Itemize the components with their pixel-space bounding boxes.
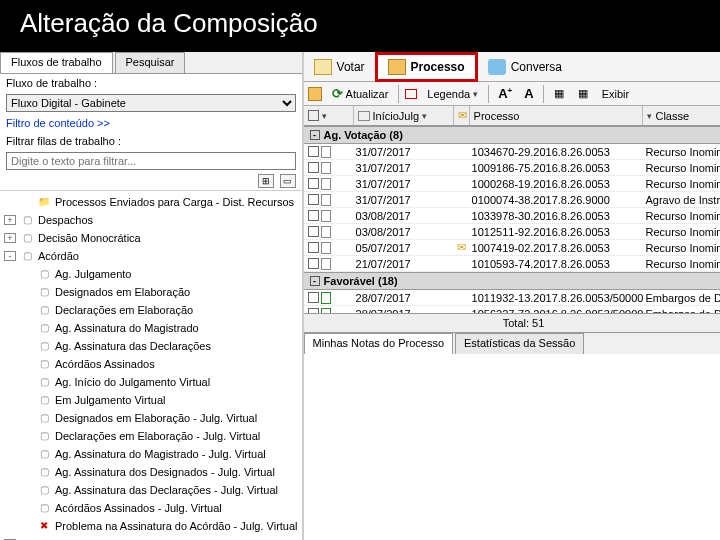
cell-processo: 1011932-13.2017.8.26.0053/50000 bbox=[470, 292, 644, 304]
row-checkbox[interactable] bbox=[308, 178, 319, 189]
open-folder-icon[interactable] bbox=[308, 87, 322, 101]
cell-date: 31/07/2017 bbox=[354, 194, 454, 206]
gh-inicio[interactable]: InícioJulg▾ bbox=[354, 106, 454, 125]
tab-conversa[interactable]: Conversa bbox=[478, 55, 572, 79]
table-row[interactable]: 28/07/20171011932-13.2017.8.26.0053/5000… bbox=[304, 290, 720, 306]
tree-item-icon: ▢ bbox=[36, 465, 52, 479]
gh-check[interactable]: ▾ bbox=[304, 106, 354, 125]
tree-item-label: Ag. Assinatura do Magistrado bbox=[55, 320, 199, 336]
tab-pesquisar[interactable]: Pesquisar bbox=[115, 52, 186, 73]
tab-estatisticas[interactable]: Estatísticas da Sessão bbox=[455, 333, 584, 354]
tree-item[interactable]: +▢Decisão Monocrática bbox=[4, 229, 298, 247]
tree-item[interactable]: ▢Designados em Elaboração - Julg. Virtua… bbox=[4, 409, 298, 427]
cell-mail: ✉ bbox=[454, 241, 470, 254]
tree-item-icon: ▢ bbox=[36, 267, 52, 281]
table-row[interactable]: 03/08/20171012511-92.2016.8.26.0053Recur… bbox=[304, 224, 720, 240]
filter-input[interactable] bbox=[6, 152, 296, 170]
grid-toolbar: ⟳Atualizar Legenda▾ A+ A ▦ ▦ Exibir bbox=[304, 82, 720, 106]
table-row[interactable]: 31/07/20170100074-38.2017.8.26.9000Agrav… bbox=[304, 192, 720, 208]
legenda-button[interactable]: Legenda▾ bbox=[423, 86, 482, 102]
tree-item-label: Acórdãos Assinados bbox=[55, 356, 155, 372]
table-row[interactable]: 05/07/2017✉1007419-02.2017.8.26.0053Recu… bbox=[304, 240, 720, 256]
mini-btn-2[interactable]: ▭ bbox=[280, 174, 296, 188]
tree-item[interactable]: -▢Acórdão bbox=[4, 247, 298, 265]
font-decrease-button[interactable]: A bbox=[521, 86, 536, 101]
tree-item[interactable]: ▢Acórdãos Assinados - Julg. Virtual bbox=[4, 499, 298, 517]
exibir-button[interactable]: Exibir bbox=[598, 86, 634, 102]
row-checkbox[interactable] bbox=[308, 258, 319, 269]
gh-mail[interactable]: ✉ bbox=[454, 106, 470, 125]
tree-item[interactable]: ▢Ag. Assinatura das Declarações - Julg. … bbox=[4, 481, 298, 499]
tree-item[interactable]: -▢Julgamento Virtual bbox=[4, 535, 298, 540]
row-checkbox[interactable] bbox=[308, 226, 319, 237]
mini-btn-1[interactable]: ⊞ bbox=[258, 174, 274, 188]
cell-date: 03/08/2017 bbox=[354, 226, 454, 238]
cell-classe: Recurso Inominad bbox=[643, 162, 720, 174]
tree-item-label: Despachos bbox=[38, 212, 93, 228]
filtrar-label: Filtrar filas de trabalho : bbox=[0, 132, 302, 150]
gh-classe[interactable]: ▾Classe bbox=[643, 106, 720, 125]
tree-item[interactable]: ▢Ag. Assinatura das Declarações bbox=[4, 337, 298, 355]
tree-item[interactable]: ▢Em Julgamento Virtual bbox=[4, 391, 298, 409]
cell-date: 31/07/2017 bbox=[354, 146, 454, 158]
tree-item-icon: ✖ bbox=[36, 519, 52, 533]
cell-classe: Agravo de Instrum bbox=[643, 194, 720, 206]
tree-item[interactable]: ▢Declarações em Elaboração - Julg. Virtu… bbox=[4, 427, 298, 445]
page-icon bbox=[321, 226, 331, 238]
tab-votar[interactable]: Votar bbox=[304, 55, 375, 79]
tree-item[interactable]: ✖Problema na Assinatura do Acórdão - Jul… bbox=[4, 517, 298, 535]
tree-item[interactable]: ▢Acórdãos Assinados bbox=[4, 355, 298, 373]
processo-icon bbox=[388, 59, 406, 75]
row-checkbox[interactable] bbox=[308, 210, 319, 221]
tree-item-label: Em Julgamento Virtual bbox=[55, 392, 165, 408]
font-increase-button[interactable]: A+ bbox=[495, 86, 515, 101]
grid-header: ▾ InícioJulg▾ ✉ Processo ▾Classe bbox=[304, 106, 720, 126]
page-icon bbox=[321, 210, 331, 222]
tree-item[interactable]: ▢Ag. Assinatura do Magistrado bbox=[4, 319, 298, 337]
conversa-icon bbox=[488, 59, 506, 75]
tree-item[interactable]: ▢Ag. Início do Julgamento Virtual bbox=[4, 373, 298, 391]
bottom-content bbox=[304, 354, 720, 541]
table-row[interactable]: 31/07/20171009186-75.2016.8.26.0053Recur… bbox=[304, 160, 720, 176]
row-checkbox[interactable] bbox=[308, 292, 319, 303]
table-row[interactable]: 31/07/20171034670-29.2016.8.26.0053Recur… bbox=[304, 144, 720, 160]
tab-processo[interactable]: Processo bbox=[375, 52, 478, 82]
tree-item-label: Ag. Julgamento bbox=[55, 266, 131, 282]
group-row[interactable]: -Ag. Votação (8) bbox=[304, 126, 720, 144]
gh-processo[interactable]: Processo bbox=[470, 106, 644, 125]
tab-fluxos[interactable]: Fluxos de trabalho bbox=[0, 52, 113, 73]
tree-item-label: Declarações em Elaboração bbox=[55, 302, 193, 318]
config-icon-2[interactable]: ▦ bbox=[574, 85, 592, 102]
cell-classe: Recurso Inominad bbox=[643, 146, 720, 158]
cell-date: 03/08/2017 bbox=[354, 210, 454, 222]
tree-item-label: Problema na Assinatura do Acórdão - Julg… bbox=[55, 518, 298, 534]
row-checkbox[interactable] bbox=[308, 242, 319, 253]
tree-item[interactable]: 📁Processos Enviados para Carga - Dist. R… bbox=[4, 193, 298, 211]
tree-item-label: Ag. Assinatura das Declarações bbox=[55, 338, 211, 354]
tree-item[interactable]: ▢Ag. Assinatura dos Designados - Julg. V… bbox=[4, 463, 298, 481]
tree-item[interactable]: ▢Ag. Julgamento bbox=[4, 265, 298, 283]
config-icon-1[interactable]: ▦ bbox=[550, 85, 568, 102]
tree-item[interactable]: ▢Designados em Elaboração bbox=[4, 283, 298, 301]
table-row[interactable]: 31/07/20171000268-19.2016.8.26.0053Recur… bbox=[304, 176, 720, 192]
atualizar-button[interactable]: ⟳Atualizar bbox=[328, 84, 393, 103]
tree-item[interactable]: ▢Ag. Assinatura do Magistrado - Julg. Vi… bbox=[4, 445, 298, 463]
tree-item[interactable]: +▢Despachos bbox=[4, 211, 298, 229]
total-bar: Total: 51 bbox=[304, 313, 720, 332]
row-checkbox[interactable] bbox=[308, 146, 319, 157]
filtro-conteudo-link[interactable]: Filtro de conteúdo >> bbox=[0, 114, 302, 132]
row-checkbox[interactable] bbox=[308, 194, 319, 205]
group-row[interactable]: -Favorável (18) bbox=[304, 272, 720, 290]
frame-icon[interactable] bbox=[405, 89, 417, 99]
tab-votar-label: Votar bbox=[337, 60, 365, 74]
tree-item[interactable]: ▢Declarações em Elaboração bbox=[4, 301, 298, 319]
table-row[interactable]: 03/08/20171033978-30.2016.8.26.0053Recur… bbox=[304, 208, 720, 224]
grid-body: -Ag. Votação (8)31/07/20171034670-29.201… bbox=[304, 126, 720, 313]
tab-minhas-notas[interactable]: Minhas Notas do Processo bbox=[304, 333, 453, 354]
table-row[interactable]: 21/07/20171010593-74.2017.8.26.0053Recur… bbox=[304, 256, 720, 272]
cell-date: 05/07/2017 bbox=[354, 242, 454, 254]
cell-classe: Recurso Inominad bbox=[643, 242, 720, 254]
row-checkbox[interactable] bbox=[308, 162, 319, 173]
fluxo-select[interactable]: Fluxo Digital - Gabinete bbox=[6, 94, 296, 112]
cell-processo: 1010593-74.2017.8.26.0053 bbox=[470, 258, 644, 270]
